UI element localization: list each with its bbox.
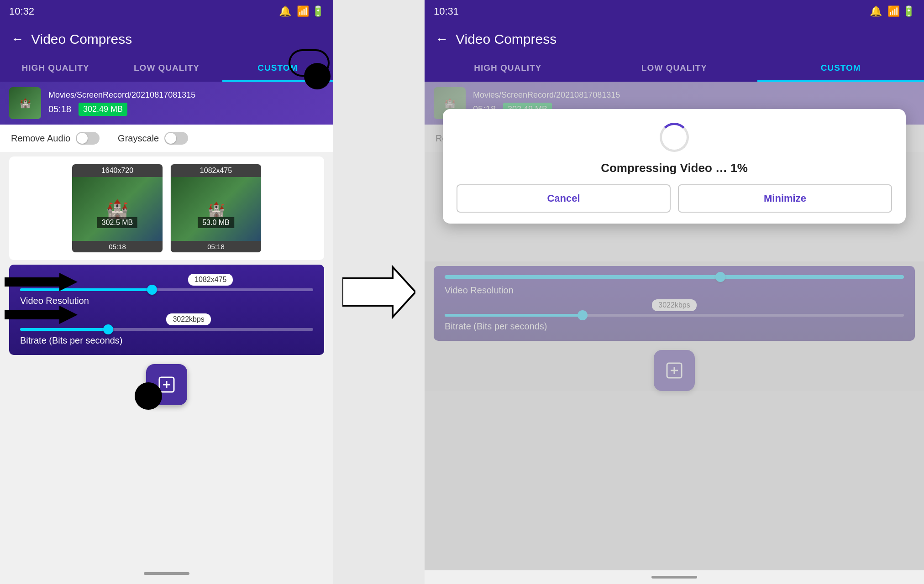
right-phone: 10:31 🔔 📶 🔋 ← Video Compress HIGH QUALIT…	[425, 0, 924, 584]
left-status-bar: 10:32 🔔 📶 🔋	[0, 0, 333, 23]
right-bottom-bar-area	[425, 570, 924, 584]
left-app-title: Video Compress	[31, 31, 132, 47]
right-app-header: ← Video Compress	[425, 23, 924, 56]
grayscale-switch-left[interactable]	[164, 132, 188, 145]
compressed-resolution: 1082x475	[171, 164, 261, 177]
remove-audio-switch-left[interactable]	[76, 132, 100, 145]
left-video-duration: 05:18	[48, 104, 71, 115]
compressed-size: 53.0 MB	[198, 217, 234, 228]
resolution-slider-thumb[interactable]	[147, 285, 157, 295]
right-status-icons: 🔔 📶 🔋	[870, 5, 915, 17]
tab-high-quality-right[interactable]: HIGH QUALITY	[425, 56, 591, 82]
compressed-preview-card: 1082x475 🏰 53.0 MB 05:18	[170, 164, 262, 253]
right-tabs: HIGH QUALITY LOW QUALITY CUSTOM	[425, 56, 924, 82]
bitrate-slider-thumb[interactable]	[103, 324, 113, 334]
bitrate-slider-container: Bitrate (Bits per seconds)	[20, 328, 313, 346]
bitrate-bubble: 3022kbps	[166, 313, 210, 325]
right-back-button[interactable]: ←	[436, 32, 448, 47]
left-settings-wrapper: 1082x475 Video Resolution 3022kbps	[0, 265, 333, 360]
direction-arrow-section	[333, 0, 425, 584]
resolution-bubble: 1082x475	[188, 274, 233, 286]
original-resolution: 1640x720	[72, 164, 163, 177]
original-preview-card: 1640x720 🏰 302.5 MB 05:18	[72, 164, 163, 253]
resolution-label: Video Resolution	[20, 296, 313, 306]
compress-dialog: Compressing Video … 1% Cancel Minimize	[443, 109, 906, 224]
compress-spinner	[660, 123, 689, 152]
right-status-bar: 10:31 🔔 📶 🔋	[425, 0, 924, 23]
left-back-button[interactable]: ←	[11, 32, 24, 47]
left-video-info-bar: 🏰 Movies/ScreenRecord/20210817081315 05:…	[0, 82, 333, 125]
annotation-arrow-1	[5, 273, 78, 291]
bitrate-label: Bitrate (Bits per seconds)	[20, 335, 313, 346]
bottom-bar	[144, 572, 189, 575]
svg-marker-1	[5, 306, 78, 324]
direction-arrow	[342, 265, 415, 319]
tab-high-quality-left[interactable]: HIGH QUALITY	[0, 56, 111, 82]
grayscale-toggle-left: Grayscale	[118, 132, 188, 145]
right-bottom-bar	[651, 576, 697, 579]
left-time: 10:32	[9, 5, 34, 17]
compressed-duration: 05:18	[171, 241, 261, 252]
tab-custom-right[interactable]: CUSTOM	[757, 56, 924, 82]
annotation-circle	[304, 63, 331, 89]
original-image-mock: 🏰 302.5 MB	[72, 177, 163, 241]
left-video-size: 302.49 MB	[79, 103, 127, 116]
bitrate-slider-track[interactable]	[20, 328, 313, 331]
left-fab-area	[146, 364, 187, 405]
right-content-area: 🏰 Movies/ScreenRecord/20210817081315 05:…	[425, 82, 924, 570]
left-video-thumbnail: 🏰	[9, 87, 41, 119]
svg-marker-0	[5, 273, 78, 291]
right-app-title: Video Compress	[456, 31, 556, 47]
left-preview-section: 1640x720 🏰 302.5 MB 05:18 1082x475 🏰 53.…	[9, 156, 324, 260]
compress-dialog-title: Compressing Video … 1%	[601, 161, 748, 175]
compressed-image-mock: 🏰 53.0 MB	[171, 177, 261, 241]
left-video-details: Movies/ScreenRecord/20210817081315 05:18…	[48, 90, 195, 116]
tab-low-quality-left[interactable]: LOW QUALITY	[111, 56, 222, 82]
left-status-icons: 🔔 📶 🔋	[279, 5, 324, 17]
left-phone: 10:32 🔔 📶 🔋 ← Video Compress HIGH QUALIT…	[0, 0, 333, 584]
svg-marker-5	[342, 267, 415, 317]
left-app-header: ← Video Compress	[0, 23, 333, 56]
minimize-button[interactable]: Minimize	[678, 184, 892, 213]
left-video-path: Movies/ScreenRecord/20210817081315	[48, 90, 195, 100]
tab-low-quality-right[interactable]: LOW QUALITY	[591, 56, 758, 82]
bitrate-slider-fill	[20, 328, 108, 331]
cancel-button[interactable]: Cancel	[457, 184, 671, 213]
original-size: 302.5 MB	[97, 217, 137, 228]
original-duration: 05:18	[72, 241, 163, 252]
left-preview-images: 1640x720 🏰 302.5 MB 05:18 1082x475 🏰 53.…	[16, 164, 317, 253]
left-tabs: HIGH QUALITY LOW QUALITY CUSTOM	[0, 56, 333, 82]
remove-audio-toggle-left: Remove Audio	[11, 132, 100, 145]
annotation-arrow-2	[5, 306, 78, 324]
left-toggle-row: Remove Audio Grayscale	[0, 125, 333, 152]
right-time: 10:31	[434, 5, 459, 17]
dialog-buttons: Cancel Minimize	[457, 184, 892, 213]
annotation-dot	[135, 382, 162, 410]
